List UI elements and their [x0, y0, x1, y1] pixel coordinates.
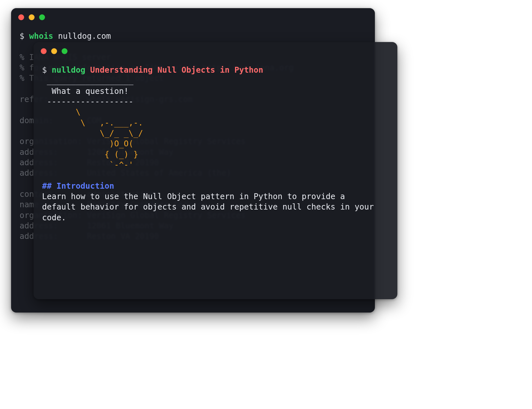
- speech-bubble-bottom: ------------------: [42, 97, 133, 106]
- ascii-dog-icon: `-^-': [42, 160, 133, 169]
- prompt-arg: nulldog.com: [58, 31, 111, 41]
- speech-bubble-top: __________________: [42, 76, 133, 85]
- section-heading: ## Introduction: [42, 181, 114, 191]
- terminal-window-front: $ nulldog Understanding Null Objects in …: [34, 42, 397, 299]
- article-title: Understanding Null Objects in Python: [90, 65, 263, 75]
- titlebar-back: [11, 8, 375, 26]
- terminal-body-front: $ nulldog Understanding Null Objects in …: [34, 60, 397, 229]
- ascii-dog-icon: { (_) }: [42, 150, 138, 159]
- close-icon[interactable]: [41, 48, 47, 54]
- intro-paragraph: Learn how to use the Null Object pattern…: [42, 191, 381, 223]
- ascii-dog-icon: \ ,-.___,-.: [42, 118, 143, 127]
- minimize-icon[interactable]: [51, 48, 57, 54]
- titlebar-front: [34, 42, 397, 60]
- ascii-dog-icon: \: [42, 107, 81, 117]
- prompt-command: nulldog: [52, 65, 85, 75]
- prompt-symbol: $: [42, 65, 47, 75]
- ascii-dog-icon: )O_O(: [42, 139, 133, 148]
- minimize-icon[interactable]: [29, 14, 35, 20]
- speech-bubble-text: What a question!: [42, 86, 129, 96]
- zoom-icon[interactable]: [39, 14, 45, 20]
- prompt-symbol: $: [20, 31, 24, 41]
- prompt-command: whois: [29, 31, 53, 41]
- close-icon[interactable]: [18, 14, 24, 20]
- zoom-icon[interactable]: [62, 48, 67, 54]
- ascii-dog-icon: \_/_ _\_/: [42, 128, 143, 138]
